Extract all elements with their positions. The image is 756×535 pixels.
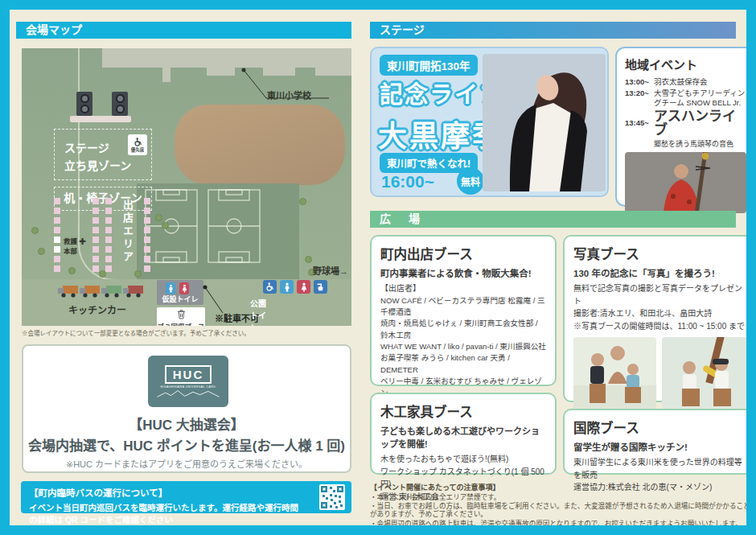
event-row: 13:00~ 羽衣太鼓保存会: [625, 77, 748, 87]
woodwork-booth-card: 木工家具ブース 子どもも楽しめる木工遊びやワークショップを開催! 木を使ったおも…: [370, 393, 557, 475]
event-name: 羽衣太鼓保存会: [654, 77, 748, 87]
notice-item: ・本イベント会場内は全エリア禁煙です。: [370, 493, 756, 501]
garbage-booth-label: ゴミ回収ブース: [157, 321, 205, 326]
tree-icon: [38, 248, 45, 255]
stage-header-label: ステージ: [380, 23, 425, 36]
stage-live-card: 東川町開拓130年 記念ライブ 大黒摩季 東川町で熱くなれ! 16:00~ 無料: [370, 47, 609, 197]
kitchen-car-icon: [80, 284, 100, 298]
anniversary-badge: 東川町開拓130年: [380, 55, 478, 76]
kids-photo: [662, 337, 747, 414]
live-time: 16:00~: [381, 172, 434, 191]
garbage-booth: ゴミ回収ブース: [157, 307, 205, 326]
notice-item: ・会場内外で発生した事故や盗難等については、主催者は一切責任を負いかねます。: [370, 529, 756, 535]
vendor-line: WHAT WE WANT / liko / pavan-ti / 東川振興公社: [380, 341, 546, 352]
local-events-title: 地域イベント: [625, 56, 748, 72]
international-booth-title: 国際ブース: [573, 418, 747, 437]
woodwork-booth-line: 木を使ったおもちゃで遊ぼう!(無料): [380, 453, 546, 466]
priority-seat-label: 優先席: [131, 146, 145, 153]
mountain-line-art: [153, 389, 224, 398]
artist-photo: [483, 54, 606, 191]
wheelchair-icon: [134, 138, 142, 146]
tree-icon: [155, 214, 162, 221]
vendor-area-label: 出店エリア: [120, 200, 135, 274]
desk-chair-zone: 机・椅子ゾーン: [54, 187, 152, 211]
town-booth-title: 町内出店ブース: [380, 244, 546, 263]
notice-item: ・当日、お車でお越しの方は、臨時駐車場をご利用ください。また、大変混雑が予想され…: [370, 502, 756, 519]
school-label: 東川小学校: [267, 88, 311, 101]
kitchen-car-icon: [101, 284, 121, 298]
town-booth-subtitle: 町内事業者による飲食・物販大集合!: [380, 266, 546, 279]
performer-photo: [625, 152, 746, 213]
venue-map: 東川小学校 ステージ 立ち見ゾーン 優先席 机・椅子ゾーン: [22, 48, 351, 326]
wheelchair-icon: [263, 280, 277, 294]
huc-lottery-body: 会場内抽選で、HUC ポイントを進呈(お一人様 1 回): [23, 434, 350, 455]
kitchen-car-icon: [58, 284, 78, 298]
tree-icon: [162, 222, 169, 229]
event-row: 13:20~ 大雪子どもチアリーディングチーム SNOW BELL Jr.: [625, 88, 748, 108]
temp-toilet-block: 仮設トイレ: [157, 280, 203, 305]
plaza-header-label: 広 場: [380, 212, 423, 225]
bus-info-box: 【町内臨時バスの運行について】 イベント当日町内巡回バスを臨時運行いたします。運…: [21, 481, 351, 513]
event-time: 13:00~: [625, 77, 654, 87]
international-booth-card: 国際ブース 留学生が贈る国際キッチン! 東川留学生による東川米を使った世界の料理…: [563, 409, 756, 475]
plaza-header: 広 場: [370, 211, 736, 228]
map-disclaimer: ※会場レイアウトについて一部変更となる場合がございます。予めご了承ください。: [22, 328, 250, 337]
bus-info-body: イベント当日町内巡回バスを臨時運行いたします。運行経路や運行時間の詳細は QR …: [29, 501, 302, 525]
tree-icon: [299, 198, 306, 205]
speaker-icon: [76, 92, 92, 116]
stage-platform: [70, 116, 131, 122]
kitchen-car-label: キッチンカー: [68, 302, 126, 316]
baseball-field-label: 野球場→: [313, 264, 348, 277]
international-booth-subtitle: 留学生が贈る国際キッチン!: [573, 440, 747, 453]
stage-zone-label-1: ステージ: [64, 139, 109, 155]
vendor-line: NOW CAFÉ / ベビーカステラ専門店 松露庵 / 三千櫻酒造: [380, 295, 546, 319]
stage-zone-label-2: 立ち見ゾーン: [64, 157, 131, 173]
female-toilet-icon: [297, 280, 310, 294]
photo-booth-card: 写真ブース 130 年の記念に「写真」を撮ろう! 無料で記念写真の撮影と写真デー…: [563, 235, 756, 402]
local-events-card: 地域イベント 13:00~ 羽衣太鼓保存会 13:20~ 大雪子どもチアリーディ…: [615, 47, 756, 207]
park-toilet-label: 公園トイレ・手洗い場: [250, 297, 266, 326]
male-toilet-icon: [280, 280, 294, 294]
vendor-line: 焼肉・焼鳥処じゃけぇ / 東川町商工会女性部 / 鈴木工房: [380, 318, 546, 341]
huc-lottery-title: 【HUC 大抽選会】: [23, 414, 350, 434]
tree-icon: [68, 267, 76, 274]
vendor-line: お菓子喫茶 みうら / kitchen car 天勇 / DEMETER: [380, 352, 546, 376]
tree-icon: [99, 270, 106, 278]
huc-card-image: HUC HIGASHIKAWA UNIVERSAL CARD: [148, 356, 228, 407]
event-description: 郷愁を誘う馬頭琴の音色: [654, 138, 748, 149]
venue-map-header: 会場マップ: [16, 22, 351, 39]
huc-lottery-box: HUC HIGASHIKAWA UNIVERSAL CARD 【HUC 大抽選会…: [22, 344, 351, 473]
international-booth-line: 東川留学生による東川米を使った世界の料理等を販売: [573, 456, 747, 481]
headquarters-label: 本部: [64, 245, 77, 255]
photo-booth-line: 無料で記念写真の撮影と写真データをプレゼント: [573, 282, 747, 307]
event-name: 大雪子どもチアリーディングチーム SNOW BELL Jr.: [654, 88, 748, 108]
female-toilet-icon: [179, 282, 189, 294]
kitchen-car-icon: [123, 284, 143, 298]
notice-item: ・会場周辺の道路への路上駐車は、渋滞や交通事故の原因となりますので、お控えいただ…: [370, 520, 756, 528]
huc-lottery-note: ※HUC カードまたはアプリをご用意のうえご来場ください。: [23, 457, 350, 470]
vendor-list-label: 【出店者】: [380, 282, 546, 295]
qr-code-pattern: [319, 484, 345, 510]
notices-title: 【イベント開催にあたっての注意事項】: [370, 484, 756, 492]
first-aid-label: 救護 ✚: [64, 236, 86, 245]
male-toilet-icon: [166, 282, 175, 294]
venue-map-header-label: 会場マップ: [26, 23, 82, 36]
tree-icon: [134, 270, 142, 278]
stage-standing-zone: ステージ 立ち見ゾーン 優先席: [54, 129, 152, 180]
photo-booth-line: ※写真ブースの開催時間は、11:00 ~ 15:00 まで: [573, 320, 747, 333]
temp-toilet-label: 仮設トイレ: [157, 294, 203, 304]
woodwork-booth-title: 木工家具ブース: [380, 401, 546, 421]
photo-booth-subtitle: 130 年の記念に「写真」を撮ろう!: [573, 266, 747, 279]
huc-logo: HUC: [165, 365, 212, 384]
event-name: アスハンライブ: [654, 109, 748, 137]
photo-booth-title: 写真ブース: [573, 244, 747, 263]
family-photo: [573, 337, 656, 414]
event-notices: 【イベント開催にあたっての注意事項】 ・本イベント会場内は全エリア禁煙です。 ・…: [370, 483, 756, 535]
handwash-icon: [314, 280, 327, 294]
event-time: 13:20~: [625, 88, 654, 108]
event-time: 13:45~: [625, 118, 654, 128]
free-badge: 無料: [457, 167, 484, 195]
speaker-icon: [112, 92, 128, 116]
photo-booth-line: 撮影者:清水エリ、和田北斗、畠田大詩: [573, 307, 747, 320]
woodwork-booth-subtitle: 子どもも楽しめる木工遊びやワークショップを開催!: [380, 424, 546, 450]
